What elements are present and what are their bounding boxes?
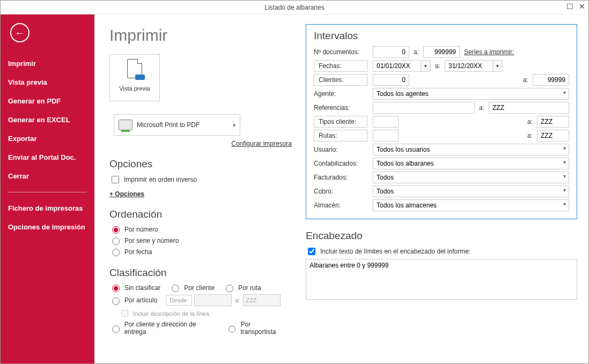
series-link[interactable]: Series a imprimir: [464, 48, 514, 56]
printer-name: Microsoft Print to PDF [137, 121, 200, 129]
clientes-button[interactable]: Clientes: [314, 74, 367, 86]
sort-por-serie[interactable]: Por serie y número [109, 236, 286, 245]
intervalos-heading: Intervalos [314, 30, 569, 42]
clasif-cliente-dir-label: Por cliente y dirección de entrega [124, 321, 217, 336]
incl-desc-row: Incluir descripción de la línea [119, 308, 286, 318]
cli-to-input[interactable] [533, 74, 569, 86]
ndoc-to-input[interactable] [423, 46, 460, 58]
print-toolbar: Vista previa Microsoft Print to PDF ▾ Co… [109, 54, 286, 147]
more-options-link[interactable]: + Opciones [109, 190, 144, 198]
intervalos-grid: Nº documentos: a: Series a imprimir: Fec… [314, 46, 569, 211]
sort-por-fecha[interactable]: Por fecha [109, 247, 286, 256]
cli-from-input[interactable] [373, 74, 409, 86]
clasif-cliente-radio[interactable] [172, 285, 179, 292]
enc-include-checkbox[interactable] [308, 248, 315, 255]
clasif-articulo-radio[interactable] [112, 298, 120, 305]
sort-radios: Por número Por serie y número Por fecha [109, 225, 286, 256]
clasif-articulo[interactable]: Por artículo [109, 296, 157, 305]
fact-select[interactable] [373, 172, 569, 183]
clasif-sin-label: Sin clasificar [124, 284, 160, 292]
sidebar-menu-secondary: Fichero de impresoras Opciones de impres… [1, 199, 94, 236]
tipos-from-input[interactable] [373, 116, 399, 128]
sidebar-item-opciones-impresion[interactable]: Opciones de impresión [1, 218, 94, 236]
clasif-sin-radio[interactable] [112, 285, 120, 292]
top-area: Imprimir Vista previa Microsoft Print to… [109, 24, 573, 338]
sidebar-item-generar-excel[interactable]: Generar en EXCEL [1, 110, 94, 129]
encabezado-section: Encabezado Incluir texto de límites en e… [306, 230, 577, 301]
printer-dropdown[interactable]: Microsoft Print to PDF ▾ [114, 114, 240, 136]
chevron-down-icon: ▾ [233, 122, 235, 128]
almacen-select[interactable] [373, 199, 569, 211]
sidebar-divider [8, 192, 87, 192]
contab-label: Contabilizados: [314, 160, 373, 167]
contab-select[interactable] [373, 158, 569, 169]
sort-por-fecha-radio[interactable] [112, 249, 120, 256]
sort-por-serie-radio[interactable] [112, 237, 120, 245]
preview-button[interactable]: Vista previa [109, 54, 160, 101]
clasif-transportista-label: Por transportista [240, 321, 286, 336]
ref-label: Referencias: [314, 104, 373, 112]
cobro-select[interactable] [373, 185, 569, 197]
reverse-print-checkbox[interactable] [112, 176, 119, 183]
fecha-to-dd[interactable]: ▾ [493, 60, 503, 72]
fecha-to-input[interactable] [445, 60, 493, 72]
preview-label: Vista previa [110, 85, 159, 92]
tipos-to-input[interactable] [537, 116, 569, 128]
clasif-sin[interactable]: Sin clasificar [109, 283, 160, 292]
reverse-print-label: Imprimir en orden inverso [124, 176, 197, 183]
clasif-ruta-radio[interactable] [226, 285, 233, 292]
fecha-from-dd[interactable]: ▾ [421, 60, 431, 72]
usuario-select[interactable] [373, 144, 569, 155]
clasif-heading: Clasificación [109, 267, 286, 279]
usuario-label: Usuario: [314, 146, 373, 153]
clasif-cliente-dir-radio[interactable] [112, 325, 120, 333]
rutas-to-input[interactable] [537, 130, 569, 142]
body: ← Imprimir Vista previa Generar en PDF G… [1, 14, 588, 363]
desde-label: Desde: [166, 295, 192, 306]
maximize-icon[interactable]: ☐ [566, 3, 573, 10]
tipos-a: a: [527, 118, 533, 125]
clasif-cliente-dir[interactable]: Por cliente y dirección de entrega [109, 321, 217, 336]
sidebar-item-vista-previa[interactable]: Vista previa [1, 73, 94, 92]
fecha-from-input[interactable] [373, 60, 421, 72]
clasif-ruta[interactable]: Por ruta [223, 283, 261, 292]
window-title: Listado de albaranes [264, 4, 324, 11]
tipos-button[interactable]: Tipos cliente: [314, 116, 367, 128]
clasif-articulo-label: Por artículo [124, 296, 157, 304]
agente-select[interactable] [373, 88, 569, 100]
sort-por-numero-label: Por número [124, 226, 158, 233]
sidebar-item-generar-pdf[interactable]: Generar en PDF [1, 92, 94, 110]
sidebar-item-imprimir[interactable]: Imprimir [1, 54, 94, 73]
ndoc-label: Nº documentos: [314, 48, 373, 56]
ndoc-from-input[interactable] [373, 46, 409, 58]
window-controls: ☐ ✕ [566, 3, 585, 10]
app-window: Listado de albaranes ☐ ✕ ← Imprimir Vist… [0, 0, 589, 364]
clasif-transportista[interactable]: Por transportista [226, 321, 286, 336]
desde-to-input[interactable] [243, 294, 281, 306]
rutas-from-input[interactable] [373, 130, 399, 142]
ndoc-a: a: [414, 48, 419, 56]
clasif-transportista-radio[interactable] [229, 325, 236, 333]
intervalos-panel: Intervalos Nº documentos: a: Series a im… [306, 24, 577, 219]
incl-desc-checkbox[interactable] [121, 310, 128, 317]
enc-check-row: Incluir texto de límites en el encabezad… [306, 246, 577, 257]
sidebar-item-fichero-impresoras[interactable]: Fichero de impresoras [1, 199, 94, 218]
sort-por-numero[interactable]: Por número [109, 225, 286, 234]
rutas-button[interactable]: Rutas: [314, 130, 367, 142]
clasif-ruta-label: Por ruta [238, 284, 261, 292]
back-button[interactable]: ← [10, 23, 30, 42]
configure-printer-link[interactable]: Configurar impresora [109, 140, 292, 147]
sidebar-item-cerrar[interactable]: Cerrar [1, 167, 94, 185]
clasif-cliente-label: Por cliente [184, 284, 215, 292]
sort-por-numero-radio[interactable] [112, 226, 120, 234]
sidebar-item-enviar-portal[interactable]: Enviar al Portal Doc. [1, 148, 94, 167]
enc-textarea[interactable] [306, 259, 577, 300]
close-icon[interactable]: ✕ [579, 3, 585, 10]
encabezado-heading: Encabezado [306, 230, 577, 242]
ref-to-input[interactable] [489, 102, 569, 114]
ref-from-input[interactable] [373, 102, 475, 114]
clasif-cliente[interactable]: Por cliente [169, 283, 215, 292]
fechas-button[interactable]: Fechas: [314, 60, 367, 72]
sidebar-item-exportar[interactable]: Exportar [1, 129, 94, 148]
desde-from-input[interactable] [194, 294, 232, 306]
